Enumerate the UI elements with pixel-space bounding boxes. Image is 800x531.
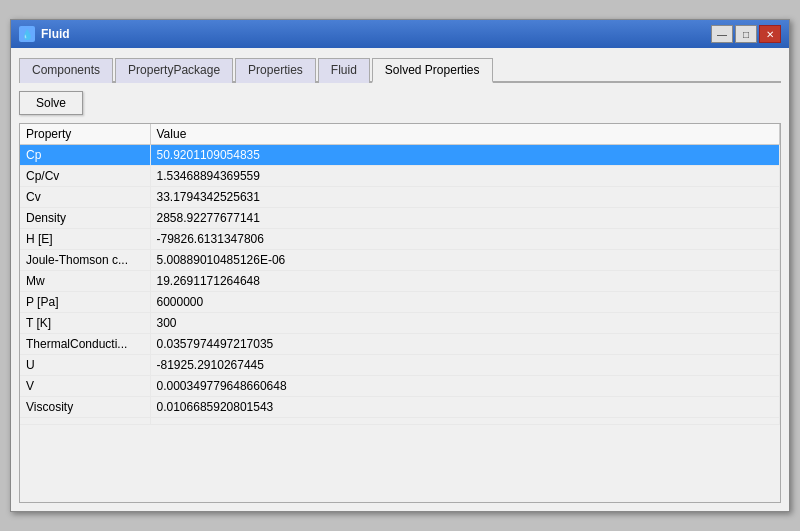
cell-value: -79826.6131347806 xyxy=(150,229,780,250)
title-bar: 💧 Fluid — □ ✕ xyxy=(11,20,789,48)
maximize-button[interactable]: □ xyxy=(735,25,757,43)
table-row[interactable]: H [E]-79826.6131347806 xyxy=(20,229,780,250)
cell-property: Cp xyxy=(20,145,150,166)
cell-property: H [E] xyxy=(20,229,150,250)
cell-value: 1.53468894369559 xyxy=(150,166,780,187)
properties-table-container: Property Value Cp50.9201109054835Cp/Cv1.… xyxy=(19,123,781,503)
cell-property xyxy=(20,418,150,425)
close-button[interactable]: ✕ xyxy=(759,25,781,43)
title-bar-left: 💧 Fluid xyxy=(19,26,70,42)
cell-value: 50.9201109054835 xyxy=(150,145,780,166)
cell-value: 2858.92277677141 xyxy=(150,208,780,229)
cell-property: Cv xyxy=(20,187,150,208)
cell-property: Density xyxy=(20,208,150,229)
table-row[interactable]: T [K]300 xyxy=(20,313,780,334)
window-body: Components PropertyPackage Properties Fl… xyxy=(11,48,789,511)
cell-property: Cp/Cv xyxy=(20,166,150,187)
table-row[interactable] xyxy=(20,418,780,425)
table-row[interactable]: U-81925.2910267445 xyxy=(20,355,780,376)
cell-property: ThermalConducti... xyxy=(20,334,150,355)
table-row[interactable]: Joule-Thomson c...5.00889010485126E-06 xyxy=(20,250,780,271)
tab-bar: Components PropertyPackage Properties Fl… xyxy=(19,56,781,83)
cell-value: -81925.2910267445 xyxy=(150,355,780,376)
properties-table: Property Value Cp50.9201109054835Cp/Cv1.… xyxy=(20,124,780,425)
table-row[interactable]: Cp50.9201109054835 xyxy=(20,145,780,166)
cell-value: 300 xyxy=(150,313,780,334)
cell-property: V xyxy=(20,376,150,397)
cell-property: Joule-Thomson c... xyxy=(20,250,150,271)
tab-property-package[interactable]: PropertyPackage xyxy=(115,58,233,83)
table-row[interactable]: V0.000349779648660648 xyxy=(20,376,780,397)
title-controls: — □ ✕ xyxy=(711,25,781,43)
cell-value: 33.1794342525631 xyxy=(150,187,780,208)
table-row[interactable]: Cp/Cv1.53468894369559 xyxy=(20,166,780,187)
table-row[interactable]: P [Pa]6000000 xyxy=(20,292,780,313)
table-row[interactable]: Cv33.1794342525631 xyxy=(20,187,780,208)
column-header-value: Value xyxy=(150,124,780,145)
minimize-button[interactable]: — xyxy=(711,25,733,43)
cell-value: 5.00889010485126E-06 xyxy=(150,250,780,271)
tab-properties[interactable]: Properties xyxy=(235,58,316,83)
cell-property: T [K] xyxy=(20,313,150,334)
window-icon: 💧 xyxy=(19,26,35,42)
cell-property: U xyxy=(20,355,150,376)
tab-fluid[interactable]: Fluid xyxy=(318,58,370,83)
column-header-property: Property xyxy=(20,124,150,145)
table-row[interactable]: ThermalConducti...0.0357974497217035 xyxy=(20,334,780,355)
table-row[interactable]: Mw19.2691171264648 xyxy=(20,271,780,292)
tab-components[interactable]: Components xyxy=(19,58,113,83)
cell-value: 6000000 xyxy=(150,292,780,313)
table-body: Cp50.9201109054835Cp/Cv1.53468894369559C… xyxy=(20,145,780,425)
tab-solved-properties[interactable]: Solved Properties xyxy=(372,58,493,83)
cell-value xyxy=(150,418,780,425)
cell-value: 19.2691171264648 xyxy=(150,271,780,292)
table-row[interactable]: Viscosity0.0106685920801543 xyxy=(20,397,780,418)
cell-property: Viscosity xyxy=(20,397,150,418)
cell-property: P [Pa] xyxy=(20,292,150,313)
cell-property: Mw xyxy=(20,271,150,292)
table-scroll-area[interactable]: Property Value Cp50.9201109054835Cp/Cv1.… xyxy=(20,124,780,502)
table-row[interactable]: Density2858.92277677141 xyxy=(20,208,780,229)
main-window: 💧 Fluid — □ ✕ Components PropertyPackage… xyxy=(10,19,790,512)
cell-value: 0.000349779648660648 xyxy=(150,376,780,397)
solve-button[interactable]: Solve xyxy=(19,91,83,115)
cell-value: 0.0106685920801543 xyxy=(150,397,780,418)
table-header-row: Property Value xyxy=(20,124,780,145)
window-title: Fluid xyxy=(41,27,70,41)
cell-value: 0.0357974497217035 xyxy=(150,334,780,355)
